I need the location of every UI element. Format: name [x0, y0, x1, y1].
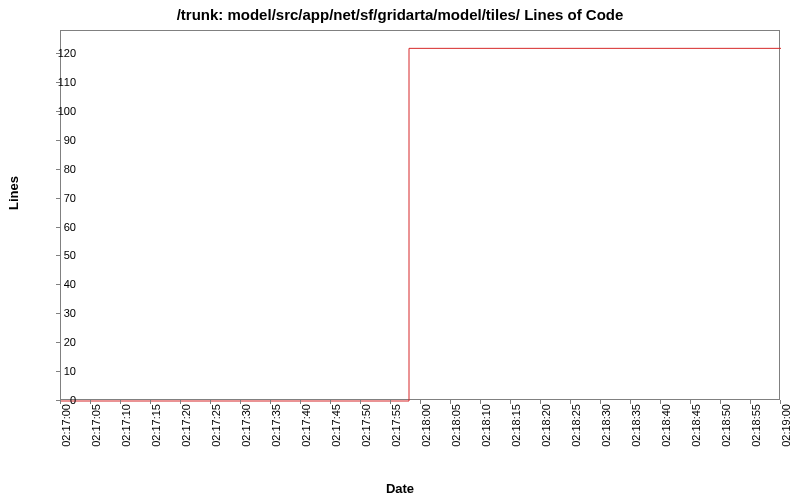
x-tick-label: 02:18:20: [540, 404, 552, 447]
x-tick-label: 02:18:10: [480, 404, 492, 447]
x-tick-label: 02:17:35: [270, 404, 282, 447]
y-tick-label: 100: [46, 105, 76, 117]
y-tick-label: 70: [46, 192, 76, 204]
y-axis-label: Lines: [6, 176, 21, 210]
x-tick-label: 02:18:25: [570, 404, 582, 447]
x-tick-label: 02:18:30: [600, 404, 612, 447]
x-tick-label: 02:18:45: [690, 404, 702, 447]
y-tick-label: 10: [46, 365, 76, 377]
x-tick-label: 02:17:05: [90, 404, 102, 447]
x-tick-label: 02:18:55: [750, 404, 762, 447]
y-tick-label: 20: [46, 336, 76, 348]
y-tick-label: 110: [46, 76, 76, 88]
y-tick-label: 80: [46, 163, 76, 175]
x-tick-label: 02:17:30: [240, 404, 252, 447]
y-tick-label: 60: [46, 221, 76, 233]
x-tick-label: 02:18:50: [720, 404, 732, 447]
x-tick-label: 02:18:15: [510, 404, 522, 447]
x-tick-label: 02:17:45: [330, 404, 342, 447]
x-tick-label: 02:18:00: [420, 404, 432, 447]
x-tick-label: 02:18:40: [660, 404, 672, 447]
x-tick-label: 02:17:25: [210, 404, 222, 447]
y-tick-label: 50: [46, 249, 76, 261]
x-tick-label: 02:18:35: [630, 404, 642, 447]
x-tick-label: 02:17:55: [390, 404, 402, 447]
line-series: [61, 31, 781, 401]
x-tick-label: 02:17:20: [180, 404, 192, 447]
x-tick-label: 02:17:40: [300, 404, 312, 447]
y-tick-label: 30: [46, 307, 76, 319]
x-tick-label: 02:18:05: [450, 404, 462, 447]
chart-title: /trunk: model/src/app/net/sf/gridarta/mo…: [0, 6, 800, 23]
x-tick-label: 02:19:00: [780, 404, 792, 447]
x-tick-label: 02:17:50: [360, 404, 372, 447]
y-tick-label: 90: [46, 134, 76, 146]
x-tick-label: 02:17:00: [60, 404, 72, 447]
plot-area: [60, 30, 780, 400]
x-tick-label: 02:17:15: [150, 404, 162, 447]
x-axis-label: Date: [0, 481, 800, 496]
y-tick-label: 120: [46, 47, 76, 59]
x-tick-label: 02:17:10: [120, 404, 132, 447]
y-tick-label: 40: [46, 278, 76, 290]
